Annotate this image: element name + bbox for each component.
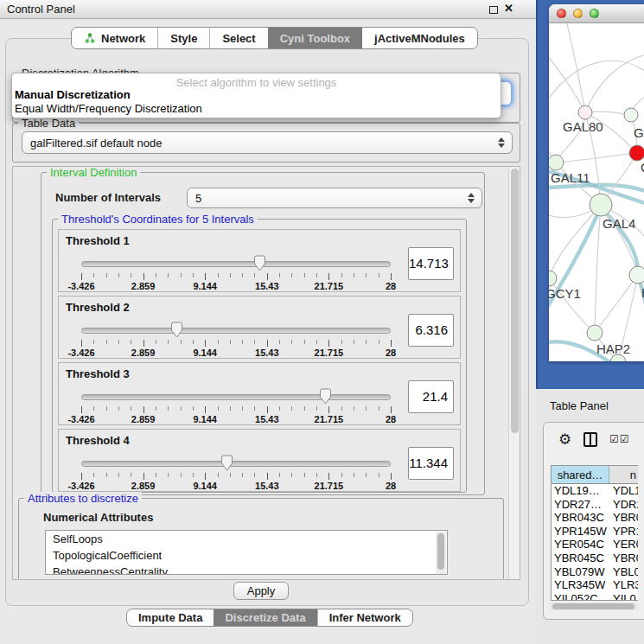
slider-thumb[interactable] — [220, 455, 233, 471]
apply-button[interactable]: Apply — [233, 582, 289, 600]
tab-network-label: Network — [101, 32, 145, 45]
numerical-attributes-list[interactable]: SelfLoopsTopologicalCoefficientBetweenne… — [45, 530, 448, 575]
gear-icon[interactable]: ⚙ — [558, 430, 571, 449]
network-node[interactable] — [549, 271, 557, 286]
threshold-slider[interactable]: -3.4262.8599.14415.4321.71528 — [59, 363, 460, 424]
network-edge[interactable] — [556, 153, 637, 163]
minor-tick — [230, 340, 231, 344]
cell-name[interactable]: YBL0 — [609, 565, 638, 579]
network-node[interactable] — [629, 145, 644, 161]
float-window-icon[interactable] — [489, 6, 498, 14]
checkbox-checked-icons[interactable]: ☑☑ — [609, 433, 630, 445]
attribute-list-item[interactable]: SelfLoops — [46, 531, 447, 547]
minor-tick — [304, 473, 305, 477]
slider-track[interactable] — [81, 328, 391, 334]
cell-shared-name[interactable]: YPR145W — [552, 525, 609, 539]
threshold-slider[interactable]: -3.4262.8599.14415.4321.71528 — [59, 296, 460, 358]
network-node[interactable] — [587, 325, 603, 341]
column-header-name[interactable]: n — [609, 466, 638, 483]
network-node[interactable] — [578, 105, 592, 119]
cell-name[interactable]: YPR1 — [609, 525, 638, 539]
network-node[interactable] — [629, 266, 644, 284]
slider-track[interactable] — [81, 261, 391, 267]
threshold-value-field[interactable]: 6.316 — [408, 314, 454, 347]
tab-discretize-data[interactable]: Discretize Data — [214, 609, 316, 626]
network-window-titlebar[interactable] — [549, 4, 644, 23]
table-row[interactable]: YDR27…YDR2 — [552, 498, 638, 512]
network-edge[interactable] — [595, 205, 601, 333]
network-node[interactable] — [549, 155, 564, 170]
cell-shared-name[interactable]: YIL052C — [552, 592, 609, 601]
network-edge[interactable] — [585, 54, 644, 112]
network-node[interactable] — [624, 108, 638, 122]
tab-network[interactable]: Network — [72, 28, 157, 48]
table-row[interactable]: YBR045CYBR0 — [552, 552, 638, 565]
table-row[interactable]: YER054CYER0 — [552, 538, 638, 552]
dropdown-option-equal-width[interactable]: Equal Width/Frequency Discretization — [12, 102, 501, 116]
scrollbar-thumb[interactable] — [437, 533, 444, 570]
table-row[interactable]: YBL079WYBL0 — [552, 565, 638, 579]
table-row[interactable]: YDL19…YDL1 — [552, 484, 638, 498]
attribute-list-item[interactable]: TopologicalCoefficient — [46, 547, 447, 564]
table-row[interactable]: YIL052CYIL0 — [552, 592, 638, 601]
cell-name[interactable]: YLR3 — [609, 578, 638, 592]
column-header-shared-name[interactable]: shared… — [552, 466, 609, 483]
cell-name[interactable]: YDL1 — [609, 484, 638, 498]
tick-label: 15.43 — [241, 481, 293, 491]
slider-thumb[interactable] — [170, 322, 183, 338]
tab-jactivemnodules[interactable]: jActiveMNodules — [362, 28, 477, 48]
scrollbar-thumb[interactable] — [511, 169, 519, 433]
close-traffic-light-icon[interactable] — [557, 9, 566, 18]
tick-label: 2.859 — [118, 281, 169, 291]
table-horizontal-scrollbar[interactable] — [551, 603, 638, 610]
cell-shared-name[interactable]: YBR043C — [552, 511, 609, 525]
cell-name[interactable]: YBR0 — [609, 552, 638, 565]
threshold-value-field[interactable]: 14.713 — [408, 247, 454, 280]
cell-name[interactable]: YDR2 — [609, 498, 638, 512]
thresholds-group: Threshold's Coordinates for 5 Intervals … — [52, 219, 467, 493]
threshold-value-field[interactable]: 21.4 — [408, 380, 454, 413]
attribute-list-item[interactable]: BetweennessCentrality — [46, 564, 447, 575]
dropdown-option-manual[interactable]: Manual Discretization — [12, 88, 501, 102]
table-data-combobox[interactable]: galFiltered.sif default node — [22, 131, 513, 154]
threshold-slider[interactable]: -3.4262.8599.14415.4321.71528 — [59, 230, 460, 291]
attributes-list-scrollbar[interactable] — [436, 532, 446, 575]
threshold-slider[interactable]: -3.4262.8599.14415.4321.71528 — [59, 430, 460, 491]
slider-thumb[interactable] — [253, 255, 266, 271]
settings-scrollbar[interactable] — [508, 167, 520, 579]
tab-cyni-toolbox[interactable]: Cyni Toolbox — [268, 28, 362, 48]
cell-name[interactable]: YIL0 — [609, 592, 638, 601]
minimize-traffic-light-icon[interactable] — [573, 9, 583, 18]
network-canvas[interactable]: GAL80GACGAL11GAL4GCY1HHAP2 — [549, 23, 644, 361]
cell-shared-name[interactable]: YBR045C — [552, 552, 609, 565]
zoom-traffic-light-icon[interactable] — [590, 9, 599, 18]
scrollbar-thumb[interactable] — [552, 603, 634, 609]
cell-name[interactable]: YER0 — [609, 538, 638, 552]
network-node[interactable] — [590, 194, 612, 216]
cell-shared-name[interactable]: YLR345W — [552, 578, 609, 592]
tab-infer-network[interactable]: Infer Network — [317, 609, 412, 626]
slider-track[interactable] — [81, 461, 391, 467]
node-table[interactable]: shared… n YDL19…YDL1YDR27…YDR2YBR043CYBR… — [551, 465, 638, 601]
number-of-intervals-combobox[interactable]: 5 — [187, 188, 482, 208]
cell-shared-name[interactable]: YDL19… — [552, 484, 609, 498]
cell-name[interactable]: YBR0 — [609, 511, 638, 525]
table-row[interactable]: YBR043CYBR0 — [552, 511, 638, 525]
tab-select[interactable]: Select — [209, 28, 267, 48]
table-row[interactable]: YLR345WYLR3 — [552, 578, 638, 592]
close-icon[interactable]: ✕ — [504, 2, 513, 15]
table-row[interactable]: YPR145WYPR1 — [552, 525, 638, 539]
threshold-value-field[interactable]: 11.344 — [408, 447, 454, 480]
slider-track[interactable] — [81, 394, 391, 400]
cell-shared-name[interactable]: YBL079W — [552, 565, 609, 579]
cell-shared-name[interactable]: YDR27… — [552, 498, 609, 512]
network-edge[interactable] — [549, 61, 644, 105]
split-columns-icon[interactable] — [583, 432, 597, 447]
slider-thumb[interactable] — [319, 388, 332, 405]
minor-tick — [131, 340, 131, 344]
network-edge-thick[interactable] — [638, 275, 644, 336]
tab-style[interactable]: Style — [157, 28, 209, 48]
cell-shared-name[interactable]: YER054C — [552, 538, 609, 552]
tab-impute-data[interactable]: Impute Data — [127, 609, 214, 626]
network-edge-thick[interactable] — [549, 185, 644, 193]
